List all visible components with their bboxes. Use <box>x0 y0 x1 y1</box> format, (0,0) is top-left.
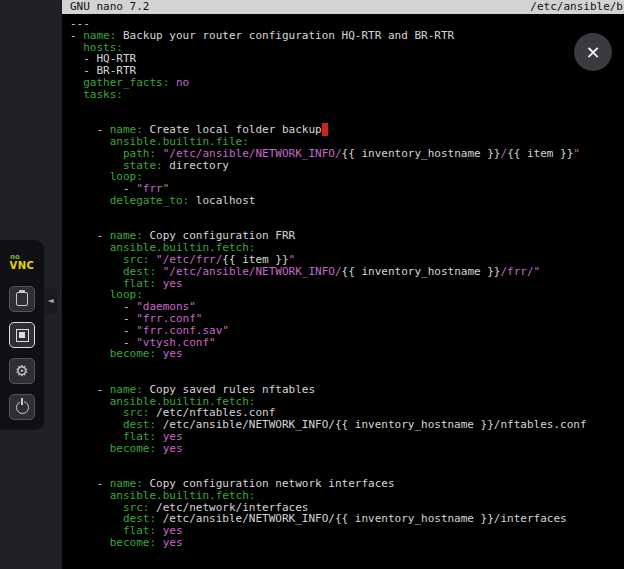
vnc-sidebar: no VNC ⚙ ◄ <box>0 0 62 569</box>
editor-line: flat: yes <box>70 278 624 290</box>
editor-line: delegate_to: localhost <box>70 195 624 207</box>
code-token: become: <box>110 536 156 549</box>
editor-line <box>70 360 624 372</box>
file-path: /etc/ansible/b <box>530 0 623 14</box>
control-bar-handle[interactable]: ◄ <box>44 288 57 314</box>
code-token: yes <box>163 277 183 290</box>
code-token <box>70 536 110 549</box>
editor-content[interactable]: ---- name: Backup your router configurat… <box>62 14 624 549</box>
editor-line <box>70 454 624 466</box>
terminal-window: GNU nano 7.2 /etc/ansible/b ---- name: B… <box>62 0 624 569</box>
novnc-logo-text-bottom: VNC <box>10 261 35 271</box>
close-icon: × <box>585 43 600 61</box>
code-token <box>70 194 110 207</box>
code-token <box>156 347 163 360</box>
code-token: directory <box>163 159 229 172</box>
editor-line: state: directory <box>70 160 624 172</box>
nano-version: GNU nano 7.2 <box>70 0 149 14</box>
close-button[interactable]: × <box>574 33 612 71</box>
code-token <box>169 76 176 89</box>
settings-button[interactable]: ⚙ <box>9 358 35 384</box>
clipboard-icon <box>16 292 28 306</box>
editor-line: tasks: <box>70 89 624 101</box>
code-token: "/etc/ansible/NETWORK_INFO/ <box>163 265 342 278</box>
code-token: Backup your router configuration HQ-RTR … <box>116 29 454 42</box>
editor-line: - name: Backup your router configuration… <box>70 30 624 42</box>
code-token: {{ inventory_hostname }} <box>342 147 501 160</box>
code-token: become: <box>110 442 156 455</box>
code-token: become: <box>110 347 156 360</box>
code-token: tasks: <box>83 88 123 101</box>
clipboard-button[interactable] <box>9 286 35 312</box>
editor-line: hosts: <box>70 42 624 54</box>
power-button[interactable] <box>9 394 35 420</box>
editor-line <box>70 207 624 219</box>
gear-icon: ⚙ <box>15 364 28 379</box>
code-token: yes <box>163 536 183 549</box>
editor-line <box>70 101 624 113</box>
code-token: {{ item }} <box>507 147 573 160</box>
code-token <box>156 277 163 290</box>
code-token: yes <box>163 347 183 360</box>
editor-line: gather_facts: no <box>70 77 624 89</box>
fullscreen-button[interactable] <box>9 322 35 348</box>
editor-line: - HQ-RTR <box>70 53 624 65</box>
code-token: delegate_to: <box>110 194 189 207</box>
code-token <box>156 442 163 455</box>
power-icon <box>16 401 29 414</box>
code-token: {{ inventory_hostname }} <box>342 265 501 278</box>
novnc-logo: no VNC <box>8 248 36 276</box>
text-cursor <box>322 123 329 136</box>
code-token: " <box>573 147 580 160</box>
code-token <box>70 88 83 101</box>
code-token <box>156 536 163 549</box>
code-token: localhost <box>189 194 255 207</box>
code-token: /etc/ansible/NETWORK_INFO/{{ inventory_h… <box>156 418 586 431</box>
code-token: /etc/ansible/NETWORK_INFO/{{ inventory_h… <box>156 512 567 525</box>
nano-titlebar: GNU nano 7.2 /etc/ansible/b <box>62 0 624 14</box>
collapse-arrow-icon: ◄ <box>47 297 53 305</box>
editor-line: become: yes <box>70 537 624 549</box>
code-token: /frr/" <box>501 265 541 278</box>
fullscreen-icon <box>16 329 29 342</box>
editor-line: become: yes <box>70 348 624 360</box>
editor-line: become: yes <box>70 443 624 455</box>
vnc-control-bar: no VNC ⚙ <box>0 240 44 430</box>
code-token: yes <box>163 442 183 455</box>
code-token: no <box>176 76 189 89</box>
